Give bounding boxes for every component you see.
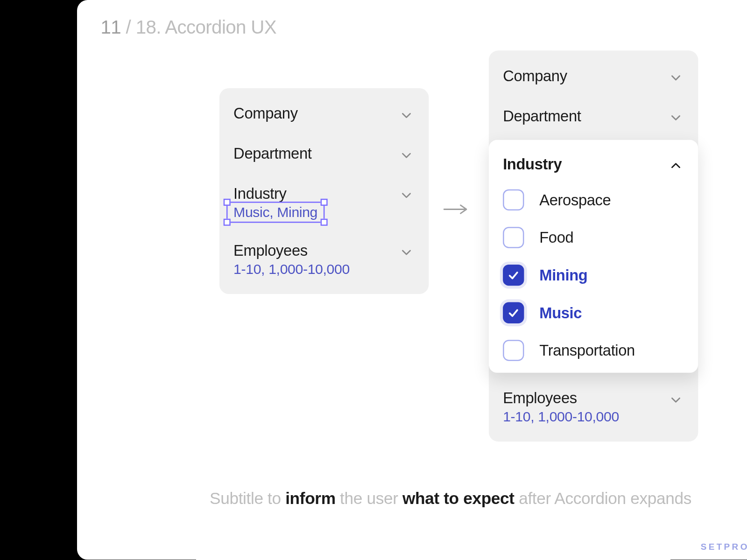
accordion-row-company[interactable]: Company [489, 56, 698, 97]
checkbox[interactable] [503, 227, 524, 248]
chevron-down-icon [398, 107, 415, 123]
accordion-panel-collapsed: Company Department Industry Music, Minin… [219, 88, 429, 294]
row-label: Employees [503, 389, 619, 407]
selection-frame: Music, Mining [233, 204, 317, 220]
chevron-down-icon [398, 187, 415, 203]
page-total-title: / 18. Accordion UX [126, 16, 277, 37]
caption-text: after Accordion expands [514, 489, 691, 507]
checkbox-checked[interactable] [503, 302, 524, 323]
accordion-row-employees[interactable]: Employees 1-10, 1,000-10,000 [219, 231, 429, 288]
option-label: Food [539, 228, 573, 246]
caption-emphasis: inform [285, 489, 335, 507]
option-label: Mining [539, 266, 587, 284]
option-mining[interactable]: Mining [489, 256, 698, 294]
option-transportation[interactable]: Transportation [489, 332, 698, 370]
caption-emphasis: what to expect [402, 489, 514, 507]
option-label: Aerospace [539, 191, 611, 209]
selection-handle[interactable] [320, 199, 327, 206]
accordion-row-industry[interactable]: Industry Music, Mining [219, 174, 429, 231]
option-music[interactable]: Music [489, 294, 698, 332]
accordion-row-department[interactable]: Department [219, 134, 429, 174]
accordion-row-department[interactable]: Department [489, 97, 698, 137]
slide-stage: 11 / 18. Accordion UX Company Department… [77, 0, 747, 560]
checkbox[interactable] [503, 189, 524, 210]
row-subtitle: 1-10, 1,000-10,000 [233, 261, 350, 277]
slide-caption: Subtitle to inform the user what to expe… [77, 489, 747, 508]
row-label: Industry [233, 185, 317, 203]
row-subtitle: Music, Mining [233, 204, 317, 220]
row-label: Industry [503, 155, 562, 174]
selection-handle[interactable] [224, 219, 231, 226]
option-aerospace[interactable]: Aerospace [489, 181, 698, 219]
caption-text: the user [336, 489, 402, 507]
caption-text: Subtitle to [210, 489, 285, 507]
option-label: Transportation [539, 341, 635, 359]
row-label: Company [503, 67, 567, 85]
checkbox[interactable] [503, 340, 524, 361]
chevron-down-icon [668, 109, 684, 126]
watermark: SETPRODUCT.COM [701, 541, 747, 551]
arrow-right-icon [443, 202, 469, 216]
accordion-expanded-card: Industry Aerospace Food Mining [489, 140, 698, 373]
row-label: Department [503, 107, 581, 125]
row-label: Company [233, 105, 298, 123]
accordion-row-industry[interactable]: Industry [489, 148, 698, 181]
checkbox-checked[interactable] [503, 265, 524, 286]
accordion-row-employees[interactable]: Employees 1-10, 1,000-10,000 [489, 378, 698, 435]
row-label: Employees [233, 242, 350, 260]
chevron-down-icon [398, 147, 415, 163]
page-title: 11 / 18. Accordion UX [100, 16, 276, 38]
chevron-down-icon [668, 70, 684, 86]
chevron-down-icon [398, 244, 415, 260]
chevron-up-icon [668, 158, 684, 174]
selection-handle[interactable] [224, 199, 231, 206]
option-food[interactable]: Food [489, 219, 698, 257]
selection-handle[interactable] [320, 219, 327, 226]
accordion-panel-expanded: Company Department Industry [489, 50, 698, 441]
row-label: Department [233, 145, 311, 163]
accordion-row-company[interactable]: Company [219, 94, 429, 134]
option-label: Music [539, 304, 582, 322]
page-number: 11 [100, 16, 121, 37]
row-subtitle: 1-10, 1,000-10,000 [503, 409, 619, 425]
chevron-down-icon [668, 392, 684, 408]
